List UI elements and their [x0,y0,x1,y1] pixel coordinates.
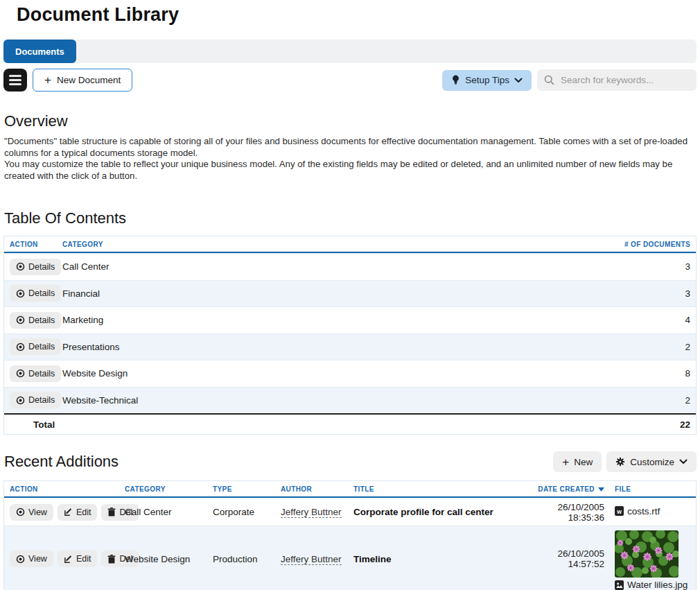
toc-col-action: ACTION [4,241,62,248]
category-cell: Financial [62,288,592,299]
count-cell: 8 [592,368,696,379]
overview-paragraph: You may customize the table to reflect y… [4,159,690,182]
count-cell: 4 [592,315,696,325]
eye-icon [16,315,25,324]
chevron-down-icon [679,459,688,465]
view-button[interactable]: View [10,550,53,567]
eye-icon [16,342,25,352]
details-button[interactable]: Details [10,285,61,302]
category-cell: Call Center [62,261,592,272]
toc-col-count: # OF DOCUMENTS [592,241,696,248]
water-lilies-thumbnail[interactable] [615,530,679,578]
plus-icon: + [562,456,569,468]
search-input[interactable] [561,75,679,85]
date-created-cell: 26/10/2005 14:57:52 [523,548,604,569]
details-button[interactable]: Details [10,338,61,355]
eye-icon [16,507,25,517]
image-file-icon [615,580,624,590]
table-row: Details Marketing 4 [4,306,696,333]
chevron-down-icon [514,78,523,83]
category-cell: Website-Technical [62,395,592,406]
details-button[interactable]: Details [10,392,61,408]
recent-additions-heading: Recent Additions [4,453,119,471]
tab-documents-label: Documents [15,46,64,57]
overview-heading: Overview [4,112,700,130]
view-button[interactable]: View [10,504,53,521]
tab-bar: Documents [3,40,697,63]
recent-additions-header: Recent Additions + New Customize [3,451,697,472]
hamburger-menu-button[interactable] [3,69,27,92]
category-cell: Presentations [62,342,592,352]
recent-table-header: ACTION CATEGORY TYPE AUTHOR TITLE DATE C… [4,481,696,498]
details-button[interactable]: Details [10,259,61,275]
table-row: View Edit Del Call Center Corporate Jeff… [4,498,696,526]
hamburger-icon [9,75,21,77]
col-file: FILE [604,485,696,493]
author-link[interactable]: Jeffery Buttner [281,507,342,518]
edit-button[interactable]: Edit [58,504,98,521]
toc-table-header: ACTION CATEGORY # OF DOCUMENTS [4,236,696,253]
eye-icon [16,289,25,298]
title-cell: Corporate profile for call center [353,507,523,517]
count-cell: 2 [592,342,696,352]
category-cell: Call Center [125,507,213,517]
plus-icon: + [44,74,51,86]
search-box [537,69,697,91]
table-row: Details Financial 3 [4,280,696,307]
toolbar: + New Document Setup Tips [3,69,697,92]
category-cell: Marketing [62,315,592,325]
recent-additions-table: ACTION CATEGORY TYPE AUTHOR TITLE DATE C… [3,480,697,590]
table-row: Details Presentations 2 [4,333,696,361]
new-button[interactable]: + New [553,451,602,472]
author-link[interactable]: Jeffery Buttner [281,554,342,565]
word-file-icon: w [615,506,624,516]
table-row: Details Call Center 3 [4,253,696,280]
count-cell: 2 [592,395,696,406]
details-button[interactable]: Details [10,312,61,329]
setup-tips-label: Setup Tips [465,75,509,85]
details-button[interactable]: Details [10,365,61,382]
total-row: Total 22 [4,413,696,434]
eye-icon [16,396,25,405]
eye-icon [16,555,25,564]
total-value: 22 [680,419,696,430]
page-title: Document Library [17,4,700,26]
eye-icon [16,369,25,378]
setup-tips-button[interactable]: Setup Tips [442,70,532,91]
file-link[interactable]: w costs.rtf [615,506,660,517]
search-icon [544,75,554,85]
tab-documents[interactable]: Documents [3,40,76,63]
file-link[interactable]: Water lilies.jpg [615,580,688,590]
category-cell: Website Design [62,368,592,379]
col-title: TITLE [353,485,523,493]
type-cell: Corporate [213,507,281,517]
table-row: View Edit Del Website Design Production … [4,526,696,590]
overview-text: "Documents" table structure is capable o… [4,136,690,182]
toc-heading: Table Of Contents [4,209,700,227]
eye-icon [16,262,25,271]
pencil-icon [64,555,73,564]
new-document-label: New Document [57,75,121,85]
pencil-icon [64,507,73,517]
table-row: Details Website Design 8 [4,360,696,387]
customize-button[interactable]: Customize [606,451,697,472]
total-label: Total [4,419,55,430]
date-created-cell: 26/10/2005 18:35:36 [523,502,604,523]
col-date-created-sort[interactable]: DATE CREATED [523,485,604,493]
count-cell: 3 [592,288,696,299]
col-action: ACTION [4,485,125,493]
sort-descending-icon [598,485,604,493]
new-document-button[interactable]: + New Document [33,69,132,92]
category-cell: Website Design [125,554,213,564]
trash-icon [107,555,116,564]
count-cell: 3 [592,261,696,272]
gear-icon [615,457,625,467]
type-cell: Production [213,554,281,564]
edit-button[interactable]: Edit [58,550,98,567]
overview-paragraph: "Documents" table structure is capable o… [4,136,690,159]
col-category: CATEGORY [125,485,213,493]
trash-icon [107,507,116,517]
lightbulb-icon [451,75,460,85]
col-type: TYPE [213,485,281,493]
svg-text:w: w [616,508,622,515]
